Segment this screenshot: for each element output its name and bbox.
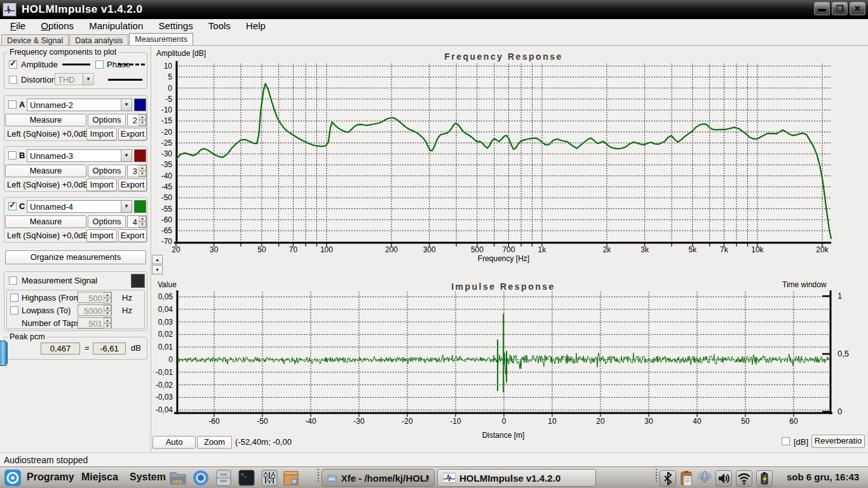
menu-settings[interactable]: Settings: [152, 19, 199, 32]
freq-ytick: -55: [161, 205, 173, 214]
menu-manipulation[interactable]: Manipulation: [83, 19, 149, 32]
import-c-button[interactable]: Import: [86, 229, 117, 242]
tab-measurements[interactable]: Measurements: [129, 33, 193, 45]
menu-file[interactable]: File: [4, 19, 32, 32]
measurement-b-number: 3: [128, 165, 139, 177]
maximize-icon[interactable]: ❒: [832, 2, 848, 15]
measurement-b-color-swatch[interactable]: [134, 149, 146, 162]
organize-measurements-button[interactable]: Organize measurements: [5, 250, 146, 264]
measurement-b-number-stepper[interactable]: 3 ▲▼: [127, 165, 147, 177]
highpass-checkbox[interactable]: ✓: [10, 294, 18, 302]
chevron-down-icon: ▼: [121, 150, 132, 161]
measurement-b-letter: B: [19, 151, 25, 160]
taskbar-menu-system[interactable]: System: [130, 471, 166, 483]
export-b-button[interactable]: Export: [118, 179, 147, 191]
db-checkbox[interactable]: ✓: [782, 437, 790, 445]
spin-up-icon[interactable]: ▲: [139, 114, 146, 120]
applications-menu-icon[interactable]: [4, 469, 22, 487]
frequency-response-chart[interactable]: [176, 64, 831, 243]
auto-button[interactable]: Auto: [153, 436, 196, 449]
measurement-c-color-swatch[interactable]: [134, 200, 146, 213]
impulse-xtick: 10: [548, 417, 557, 426]
peak-equals: =: [85, 343, 90, 353]
amplitude-checkbox[interactable]: ✓: [9, 60, 17, 69]
freq-xtick: 10k: [751, 245, 764, 254]
package-launcher-icon[interactable]: [282, 469, 300, 487]
taps-label: Number of Taps: [22, 318, 80, 328]
taskbar-window-holmimpulse[interactable]: HOLMImpulse v1.4.2.0: [437, 469, 596, 487]
spin-up-icon[interactable]: ▲: [139, 216, 146, 222]
impulse-xtick: 60: [789, 417, 798, 426]
taps-stepper[interactable]: 501 ▲▼: [78, 317, 112, 329]
menu-tools[interactable]: Tools: [202, 19, 237, 32]
measurement-a-select[interactable]: Unnamed-2 ▼: [27, 98, 132, 111]
measurement-c-checkbox[interactable]: ✓: [8, 202, 17, 210]
measurement-a-checkbox[interactable]: ✓: [8, 100, 17, 109]
export-c-button[interactable]: Export: [118, 229, 147, 242]
browser-launcher-icon[interactable]: [192, 469, 210, 487]
spin-down-icon[interactable]: ▼: [139, 171, 146, 177]
wifi-icon[interactable]: [736, 470, 752, 487]
freq-ytick: -5: [165, 95, 172, 104]
status-text: Audiostream stopped: [4, 455, 88, 465]
taskbar-window-xfe[interactable]: vFE Xfe - /home/kj/HOLM...: [322, 469, 435, 487]
reverberation-button[interactable]: Reverberatio: [811, 435, 865, 448]
xfe-window-icon: vFE: [327, 472, 337, 484]
measurement-a-number-stepper[interactable]: 2 ▲▼: [127, 114, 147, 126]
measure-a-button[interactable]: Measure: [5, 114, 86, 126]
menu-options[interactable]: Options: [34, 19, 80, 32]
close-icon[interactable]: ✕: [850, 2, 865, 15]
tab-device-signal[interactable]: Device & Signal: [1, 34, 69, 45]
options-b-button[interactable]: Options: [88, 165, 126, 177]
taskbar-menu-programy[interactable]: Programy: [27, 471, 74, 483]
lowpass-stepper[interactable]: 5000 ▲▼: [78, 304, 112, 316]
freq-ytick: -60: [161, 215, 173, 224]
minimize-icon[interactable]: ▬: [814, 2, 830, 15]
terminal-launcher-icon[interactable]: >_: [238, 469, 255, 487]
volume-icon[interactable]: [715, 470, 732, 487]
tab-data-analysis[interactable]: Data analysis: [69, 34, 128, 45]
window-title: HOLMImpulse v1.4.2.0: [22, 3, 142, 16]
measurement-b-select[interactable]: Unnamed-3 ▼: [27, 149, 132, 162]
measurement-signal-color-swatch[interactable]: [131, 274, 145, 288]
microphone-icon[interactable]: [696, 470, 713, 487]
measurement-signal-checkbox[interactable]: ✓: [9, 276, 17, 285]
battery-icon[interactable]: [756, 470, 773, 487]
zoom-button[interactable]: Zoom: [197, 436, 232, 449]
spin-up-icon[interactable]: ▲: [139, 165, 146, 171]
phase-checkbox[interactable]: ✓: [95, 60, 104, 69]
distortion-type-select[interactable]: THD ▼: [55, 73, 94, 85]
freq-ytick: -20: [161, 128, 173, 137]
taskbar-separator[interactable]: ⋮⋮: [652, 470, 656, 486]
menu-help[interactable]: Help: [240, 19, 272, 32]
import-a-button[interactable]: Import: [86, 128, 117, 140]
options-c-button[interactable]: Options: [88, 215, 126, 228]
measurement-b-checkbox[interactable]: ✓: [8, 151, 17, 159]
measure-c-button[interactable]: Measure: [5, 215, 86, 228]
measure-b-button[interactable]: Measure: [5, 165, 86, 177]
taskbar-clock[interactable]: sob 6 gru, 16:43: [782, 471, 864, 482]
measurement-c-select[interactable]: Unnamed-4 ▼: [27, 200, 132, 213]
lowpass-checkbox[interactable]: ✓: [10, 306, 18, 315]
titlebar[interactable]: HOLMImpulse v1.4.2.0 ▬ ❒ ✕: [0, 0, 868, 19]
clipboard-icon[interactable]: [679, 470, 695, 487]
spin-down-icon[interactable]: ▼: [139, 120, 146, 126]
spin-down-icon[interactable]: ▼: [139, 222, 146, 227]
xfe-launcher-icon[interactable]: XFE: [169, 469, 187, 487]
scale-up-button[interactable]: ▲: [152, 255, 163, 264]
import-b-button[interactable]: Import: [86, 179, 117, 191]
measurement-c-number-stepper[interactable]: 4 ▲▼: [127, 215, 147, 228]
options-a-button[interactable]: Options: [88, 114, 126, 126]
file-manager-launcher-icon[interactable]: [215, 469, 233, 487]
bluetooth-icon[interactable]: [660, 470, 676, 487]
highpass-stepper[interactable]: 500 ▲▼: [78, 292, 112, 303]
scale-down-button[interactable]: ▼: [152, 265, 163, 274]
export-a-button[interactable]: Export: [118, 128, 147, 140]
taskbar-separator[interactable]: ⋮⋮: [314, 470, 318, 486]
mixer-launcher-icon[interactable]: [261, 469, 278, 487]
impulse-response-chart[interactable]: [177, 292, 830, 412]
measurement-a-color-swatch[interactable]: [134, 98, 146, 111]
taskbar-menu-miejsca[interactable]: Miejsca: [81, 471, 118, 483]
distortion-checkbox[interactable]: ✓: [9, 76, 17, 84]
impulse-xtick: 30: [644, 417, 653, 426]
